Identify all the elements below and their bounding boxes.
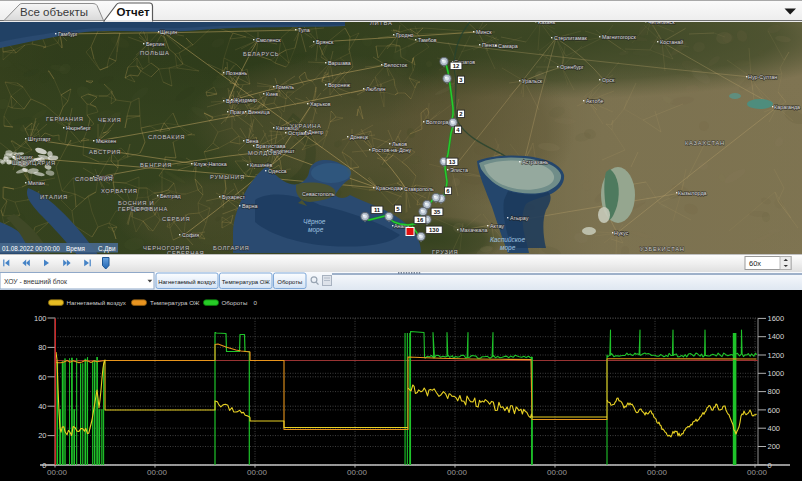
svg-text:Каспийское: Каспийское [490,236,525,243]
svg-text:60: 60 [38,373,46,382]
svg-text:Орск: Орск [602,77,615,83]
svg-text:Днепр: Днепр [308,129,324,135]
svg-text:ПОЛЬША: ПОЛЬША [140,50,170,56]
svg-text:ГЕРЦЕГОВИНА: ГЕРЦЕГОВИНА [118,206,168,212]
svg-text:Бухарест: Бухарест [222,194,245,200]
svg-text:Киев: Киев [266,91,278,97]
svg-text:АВСТРИЯ: АВСТРИЯ [89,149,121,155]
svg-text:Атырау: Атырау [510,215,529,221]
svg-text:Костанай: Костанай [660,39,683,45]
svg-text:УЗБЕКИСТАН: УЗБЕКИСТАН [640,246,685,252]
svg-text:Актобе: Актобе [586,98,603,104]
svg-text:0: 0 [768,461,772,470]
svg-text:СЛОВАКИЯ: СЛОВАКИЯ [148,134,185,140]
svg-text:00:00: 00:00 [247,468,268,477]
svg-text:Астрахань: Астрахань [522,159,548,165]
svg-text:0: 0 [254,299,258,306]
svg-text:СЛОВЕНИЯ: СЛОВЕНИЯ [75,176,113,182]
svg-text:Отчет: Отчет [116,6,149,18]
svg-text:Житомир: Житомир [234,97,257,103]
svg-text:0: 0 [42,461,46,470]
svg-text:200: 200 [768,442,781,451]
svg-text:35: 35 [434,209,441,215]
svg-text:20: 20 [38,431,46,440]
svg-text:00:00: 00:00 [447,468,468,477]
svg-text:Берлин: Берлин [146,41,165,47]
svg-text:МОЛДОВА: МОЛДОВА [248,150,282,156]
svg-text:Краснодар: Краснодар [376,185,403,191]
svg-text:Воронеж: Воронеж [328,82,351,88]
svg-text:ГЕРМАНИЯ: ГЕРМАНИЯ [46,116,84,122]
svg-text:Мюнхен: Мюнхен [96,138,116,144]
svg-text:Нур-Султан: Нур-Султан [748,74,777,80]
svg-text:Тула: Тула [298,27,310,33]
svg-text:Оренбург: Оренбург [560,64,584,70]
svg-text:КАЗАХСТАН: КАЗАХСТАН [685,140,725,146]
svg-text:Харьков: Харьков [310,101,331,107]
svg-text:400: 400 [768,424,781,433]
svg-text:ЛИТВА: ЛИТВА [370,22,393,26]
svg-text:Караганда: Караганда [774,104,800,110]
svg-text:ИТАЛИЯ: ИТАЛИЯ [40,194,68,200]
svg-text:Все объекты: Все объекты [20,6,88,18]
svg-text:Ростов-на-Дону: Ростов-на-Дону [372,147,412,153]
svg-text:Челябинск: Челябинск [648,22,675,25]
svg-text:Чёрное: Чёрное [303,218,326,226]
svg-text:Острава: Острава [288,130,309,136]
svg-text:80: 80 [38,343,46,352]
svg-text:ЧЕХИЯ: ЧЕХИЯ [98,117,121,123]
svg-text:Ставрополь: Ставрополь [404,186,434,192]
svg-text:Гродно: Гродно [396,32,414,38]
svg-text:Братислава: Братислава [256,143,286,149]
svg-text:ГРУЗИЯ: ГРУЗИЯ [432,249,459,255]
svg-text:13: 13 [449,159,456,165]
svg-text:Одесса: Одесса [268,168,287,174]
svg-text:ВЕНГРИЯ: ВЕНГРИЯ [140,162,172,168]
svg-text:00:00: 00:00 [647,468,668,477]
svg-text:СЕВЕРНАЯ: СЕВЕРНАЯ [167,250,205,255]
svg-text:Гомель: Гомель [276,84,294,90]
svg-text:ШВЕЙЦАРИЯ: ШВЕЙЦАРИЯ [12,159,56,166]
svg-text:Прага: Прага [230,109,245,115]
svg-text:море: море [500,244,516,252]
svg-text:Познань: Познань [226,70,247,76]
svg-text:16: 16 [417,217,424,223]
svg-text:Гамбург: Гамбург [58,31,78,37]
svg-text:БЕЛАРУСЬ: БЕЛАРУСЬ [243,51,279,57]
svg-text:Тамбов: Тамбов [418,37,437,43]
svg-text:ХОУ - внешний блок: ХОУ - внешний блок [4,278,67,285]
svg-text:Севастополь: Севастополь [302,191,335,197]
svg-text:00:00: 00:00 [47,468,68,477]
svg-text:Уральск: Уральск [522,78,543,84]
svg-text:00:00: 00:00 [747,468,768,477]
svg-text:1400: 1400 [768,332,785,341]
svg-text:1200: 1200 [768,351,785,360]
svg-text:Элиста: Элиста [450,167,468,173]
svg-text:Донецк: Донецк [350,134,369,140]
svg-text:Обороты: Обороты [277,279,302,285]
svg-text:Щецин: Щецин [160,29,177,35]
svg-text:Махачкала: Махачкала [460,227,488,233]
svg-text:Нагнетаемый воздух: Нагнетаемый воздух [158,279,216,285]
svg-text:Нагнетаемый воздух: Нагнетаемый воздух [67,299,127,306]
svg-text:Температура ОЖ: Температура ОЖ [222,279,271,285]
svg-text:Брянск: Брянск [316,39,334,45]
svg-text:Люблин: Люблин [366,86,386,92]
svg-text:100: 100 [34,314,47,323]
svg-text:С.Дви: С.Дви [98,245,116,253]
svg-text:Актау: Актау [490,223,504,229]
svg-text:Белград: Белград [160,193,181,199]
svg-text:УКРАИНА: УКРАИНА [290,123,322,129]
svg-text:Нукус: Нукус [614,230,629,236]
svg-text:БОЛГАРИЯ: БОЛГАРИЯ [213,245,249,251]
svg-text:40: 40 [38,402,46,411]
svg-text:Нюрнберг: Нюрнберг [66,125,91,131]
svg-text:1600: 1600 [768,314,785,323]
svg-text:море: море [308,226,324,234]
svg-text:Варна: Варна [242,203,258,209]
svg-text:Магнитогорск: Магнитогорск [602,34,636,40]
svg-text:Минск: Минск [476,29,492,35]
svg-text:Самара: Самара [498,43,518,49]
svg-text:11: 11 [374,207,381,213]
svg-text:12: 12 [453,63,460,69]
